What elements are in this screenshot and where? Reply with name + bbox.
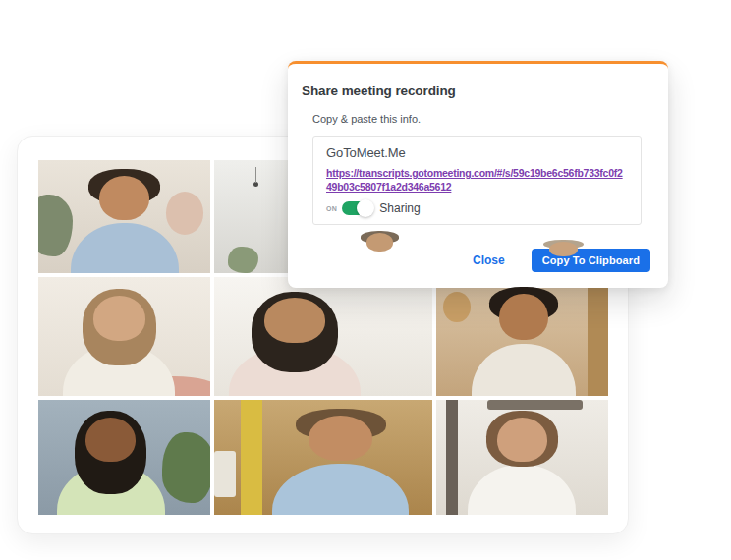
participant-silhouette bbox=[474, 411, 570, 515]
sharing-label: Sharing bbox=[379, 201, 420, 215]
video-tile-8 bbox=[214, 400, 431, 515]
silhouette-head bbox=[549, 242, 578, 256]
participant-silhouette bbox=[77, 169, 173, 273]
video-tile-1 bbox=[38, 160, 210, 273]
share-info-box: GoToMeet.Me https://transcripts.gotomeet… bbox=[312, 136, 642, 225]
video-tile-4 bbox=[38, 277, 210, 395]
silhouette-head bbox=[93, 296, 145, 342]
silhouette-torso bbox=[472, 344, 576, 396]
silhouette-head bbox=[366, 233, 394, 252]
participant-silhouette bbox=[478, 287, 571, 396]
silhouette-torso bbox=[272, 464, 409, 515]
dialog-title: Share meeting recording bbox=[302, 84, 668, 98]
participant-silhouette bbox=[63, 411, 159, 515]
video-tile-9 bbox=[436, 400, 608, 515]
video-tile-5 bbox=[214, 277, 431, 395]
close-button[interactable]: Close bbox=[473, 253, 505, 267]
dialog-subtitle: Copy & paste this info. bbox=[312, 113, 668, 125]
share-box-heading: GoToMeet.Me bbox=[326, 145, 628, 160]
silhouette-torso bbox=[71, 223, 179, 273]
silhouette-head bbox=[499, 294, 547, 341]
silhouette-head bbox=[99, 176, 149, 221]
silhouette-head bbox=[85, 418, 136, 462]
recording-link[interactable]: https://transcripts.gotomeeting.com/#/s/… bbox=[326, 166, 628, 194]
share-recording-dialog: Share meeting recording Copy & paste thi… bbox=[288, 61, 668, 288]
sharing-toggle[interactable] bbox=[342, 201, 371, 215]
participant-silhouette bbox=[70, 289, 170, 395]
participant-silhouette bbox=[280, 409, 402, 515]
video-tile-7 bbox=[38, 400, 210, 515]
silhouette-torso bbox=[468, 465, 576, 515]
video-tile-6 bbox=[436, 277, 608, 395]
toggle-state-label: ON bbox=[326, 205, 337, 212]
silhouette-head bbox=[264, 298, 325, 343]
participant-silhouette bbox=[236, 292, 353, 396]
toggle-knob bbox=[357, 199, 374, 217]
silhouette-head bbox=[309, 416, 371, 461]
silhouette-head bbox=[497, 418, 547, 462]
sharing-toggle-row: ON Sharing bbox=[326, 201, 628, 215]
